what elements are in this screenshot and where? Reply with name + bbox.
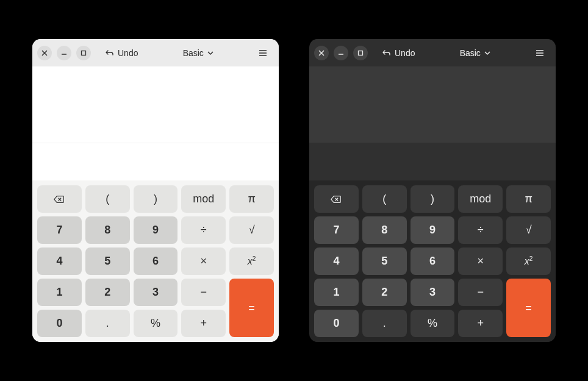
key-equals[interactable]: = xyxy=(506,279,551,337)
key-multiply[interactable]: × xyxy=(181,247,226,275)
keypad: ( ) mod π 7 8 9 ÷ √ 4 5 6 × x2 1 2 3 − =… xyxy=(32,180,279,342)
key-3[interactable]: 3 xyxy=(411,279,455,306)
undo-label: Undo xyxy=(395,48,415,58)
display-input[interactable] xyxy=(32,143,279,180)
key-5[interactable]: 5 xyxy=(85,247,130,275)
mode-label: Basic xyxy=(460,48,481,58)
key-mod[interactable]: mod xyxy=(181,185,226,213)
hamburger-icon xyxy=(258,48,268,58)
mode-selector[interactable]: Basic xyxy=(177,45,220,62)
key-divide[interactable]: ÷ xyxy=(458,216,503,244)
key-percent[interactable]: % xyxy=(134,310,178,337)
window-controls xyxy=(314,46,368,60)
minimize-button[interactable] xyxy=(334,46,348,60)
key-rparen[interactable]: ) xyxy=(134,185,178,213)
key-9[interactable]: 9 xyxy=(411,216,455,244)
headerbar: Undo Basic xyxy=(32,39,279,66)
key-sqrt[interactable]: √ xyxy=(506,216,551,244)
key-plus[interactable]: + xyxy=(458,310,503,337)
undo-button[interactable]: Undo xyxy=(99,45,144,62)
key-1[interactable]: 1 xyxy=(314,279,359,306)
xsq-label: x2 xyxy=(248,255,256,267)
hamburger-icon xyxy=(535,48,545,58)
key-2[interactable]: 2 xyxy=(362,279,407,306)
maximize-button[interactable] xyxy=(76,46,91,60)
svg-rect-1 xyxy=(359,51,363,55)
key-sqrt[interactable]: √ xyxy=(229,216,274,244)
key-0[interactable]: 0 xyxy=(314,310,359,337)
key-backspace[interactable] xyxy=(37,185,82,213)
headerbar: Undo Basic xyxy=(309,39,556,66)
window-controls xyxy=(37,46,91,60)
minimize-icon xyxy=(338,50,344,56)
key-8[interactable]: 8 xyxy=(362,216,407,244)
display-input[interactable] xyxy=(309,143,556,180)
close-icon xyxy=(318,50,324,56)
key-6[interactable]: 6 xyxy=(134,247,178,275)
undo-button[interactable]: Undo xyxy=(376,45,421,62)
key-lparen[interactable]: ( xyxy=(85,185,130,213)
key-9[interactable]: 9 xyxy=(134,216,178,244)
close-button[interactable] xyxy=(314,46,329,60)
key-minus[interactable]: − xyxy=(181,279,226,306)
key-pi[interactable]: π xyxy=(229,185,274,213)
display-history[interactable] xyxy=(32,66,279,143)
key-4[interactable]: 4 xyxy=(37,247,82,275)
display-history[interactable] xyxy=(309,66,556,143)
key-7[interactable]: 7 xyxy=(37,216,82,244)
maximize-icon xyxy=(81,50,87,56)
chevron-down-icon xyxy=(484,50,490,56)
key-0[interactable]: 0 xyxy=(37,310,82,337)
key-minus[interactable]: − xyxy=(458,279,503,306)
key-dot[interactable]: . xyxy=(85,310,130,337)
mode-selector[interactable]: Basic xyxy=(454,45,497,62)
key-multiply[interactable]: × xyxy=(458,247,503,275)
menu-button[interactable] xyxy=(529,45,551,62)
key-6[interactable]: 6 xyxy=(411,247,455,275)
maximize-icon xyxy=(357,50,364,56)
key-rparen[interactable]: ) xyxy=(411,185,455,213)
undo-icon xyxy=(382,49,391,57)
backspace-icon xyxy=(331,195,342,204)
key-7[interactable]: 7 xyxy=(314,216,359,244)
maximize-button[interactable] xyxy=(353,46,368,60)
key-4[interactable]: 4 xyxy=(314,247,359,275)
minimize-button[interactable] xyxy=(57,46,71,60)
close-button[interactable] xyxy=(37,46,52,60)
minimize-icon xyxy=(61,50,67,56)
key-pi[interactable]: π xyxy=(506,185,551,213)
key-lparen[interactable]: ( xyxy=(362,185,407,213)
key-mod[interactable]: mod xyxy=(458,185,503,213)
svg-rect-0 xyxy=(82,51,86,55)
undo-icon xyxy=(106,49,114,57)
key-backspace[interactable] xyxy=(314,185,359,213)
key-divide[interactable]: ÷ xyxy=(181,216,226,244)
key-5[interactable]: 5 xyxy=(362,247,407,275)
keypad: ( ) mod π 7 8 9 ÷ √ 4 5 6 × x2 1 2 3 − =… xyxy=(309,180,556,342)
calculator-light: Undo Basic ( ) mod π 7 8 9 ÷ √ 4 5 6 × x… xyxy=(32,39,279,342)
key-xsquared[interactable]: x2 xyxy=(506,247,551,275)
xsq-label: x2 xyxy=(525,255,533,267)
key-1[interactable]: 1 xyxy=(37,279,82,306)
key-plus[interactable]: + xyxy=(181,310,226,337)
backspace-icon xyxy=(54,195,65,204)
chevron-down-icon xyxy=(207,50,213,56)
undo-label: Undo xyxy=(118,48,138,58)
key-dot[interactable]: . xyxy=(362,310,407,337)
key-8[interactable]: 8 xyxy=(85,216,130,244)
key-percent[interactable]: % xyxy=(411,310,455,337)
close-icon xyxy=(41,50,48,56)
mode-label: Basic xyxy=(183,48,204,58)
key-3[interactable]: 3 xyxy=(134,279,178,306)
key-2[interactable]: 2 xyxy=(85,279,130,306)
menu-button[interactable] xyxy=(252,45,274,62)
key-xsquared[interactable]: x2 xyxy=(229,247,274,275)
key-equals[interactable]: = xyxy=(229,279,274,337)
calculator-dark: Undo Basic ( ) mod π 7 8 9 ÷ √ 4 5 6 × x… xyxy=(309,39,556,342)
